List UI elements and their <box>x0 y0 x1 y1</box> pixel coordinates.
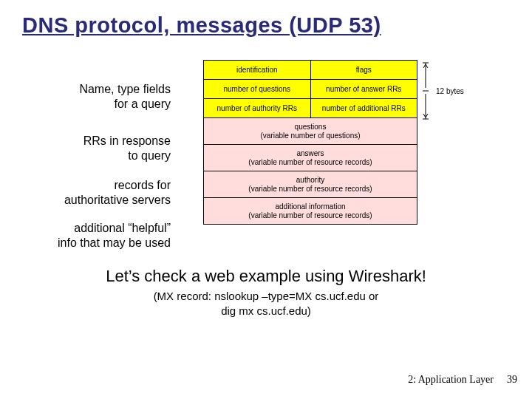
field-identification: identification <box>204 61 311 80</box>
message-format-table: identification flags number of questions… <box>203 60 417 225</box>
bracket-label: 12 bytes <box>436 87 464 95</box>
section-title: questions <box>295 123 327 131</box>
section-title: authority <box>296 176 324 184</box>
slide-footer-meta: 2: Application Layer 39 <box>408 374 517 386</box>
field-num-additional-rrs: number of additional RRs <box>310 99 417 118</box>
dns-message-diagram: identification flags number of questions… <box>181 60 484 250</box>
field-flags: flags <box>310 61 417 80</box>
table-row: number of questions number of answer RRs <box>204 80 417 99</box>
section-sub: (variable number of resource records) <box>248 211 372 219</box>
label-text: authoritative servers <box>64 194 171 206</box>
wireshark-callout: Let’s check a web example using Wireshar… <box>0 267 532 286</box>
table-row: authority (variable number of resource r… <box>204 171 417 198</box>
field-num-questions: number of questions <box>204 80 311 99</box>
section-title: additional information <box>275 202 345 211</box>
section-sub: (variable number of questions) <box>260 132 360 140</box>
label-text: records for <box>115 179 171 191</box>
label-text: to query <box>128 149 171 162</box>
table-row: number of authority RRs number of additi… <box>204 99 417 118</box>
section-authority: authority (variable number of resource r… <box>204 171 417 198</box>
chapter-label: 2: Application Layer <box>408 374 494 386</box>
label-text: info that may be used <box>58 236 171 249</box>
label-authoritative: records for authoritative servers <box>7 178 171 208</box>
label-additional: additional “helpful” info that may be us… <box>7 221 171 250</box>
page-number: 39 <box>507 374 517 386</box>
label-text: additional “helpful” <box>74 222 171 234</box>
field-num-authority-rrs: number of authority RRs <box>204 99 311 118</box>
label-text: RRs in response <box>83 134 171 147</box>
label-query-fields: Name, type fields for a query <box>7 82 171 112</box>
label-text: for a query <box>115 98 171 110</box>
table-row: answers (variable number of resource rec… <box>204 145 417 171</box>
example-line: dig mx cs.ucf.edu) <box>221 304 311 317</box>
table-row: additional information (variable number … <box>204 198 417 225</box>
footer-text: Let’s check a web example using Wireshar… <box>0 267 532 318</box>
section-sub: (variable number of resource records) <box>248 185 372 193</box>
slide-title: DNS protocol, messages (UDP 53) <box>0 0 532 38</box>
table-row: questions (variable number of questions) <box>204 118 417 145</box>
section-answers: answers (variable number of resource rec… <box>204 145 417 171</box>
example-line: (MX record: nslookup –type=MX cs.ucf.edu… <box>154 290 379 302</box>
section-sub: (variable number of resource records) <box>248 158 372 166</box>
label-rrs-response: RRs in response to query <box>7 134 171 163</box>
field-num-answer-rrs: number of answer RRs <box>310 80 417 99</box>
left-labels-column: Name, type fields for a query RRs in res… <box>7 60 174 250</box>
label-text: Name, type fields <box>79 83 171 95</box>
mx-record-example: (MX record: nslookup –type=MX cs.ucf.edu… <box>0 289 532 318</box>
content-area: Name, type fields for a query RRs in res… <box>0 38 532 250</box>
section-title: answers <box>296 149 324 157</box>
header-size-bracket: 12 bytes <box>421 61 464 120</box>
section-questions: questions (variable number of questions) <box>204 118 417 145</box>
table-row: identification flags <box>204 61 417 80</box>
section-additional: additional information (variable number … <box>204 198 417 225</box>
bracket-icon <box>421 61 432 120</box>
